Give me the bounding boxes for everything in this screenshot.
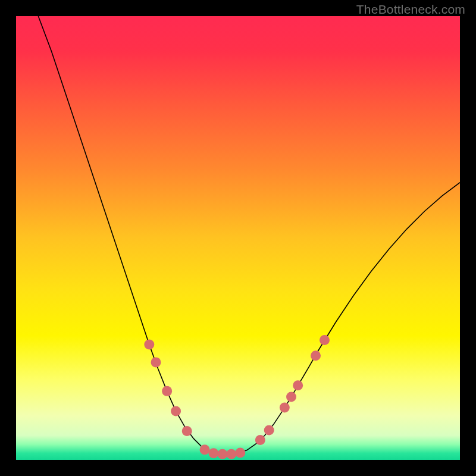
curve-dot bbox=[171, 406, 181, 416]
curve-dot bbox=[311, 350, 321, 361]
curve-dot bbox=[151, 357, 161, 367]
curve-dot bbox=[182, 426, 192, 436]
curve-dots bbox=[144, 335, 330, 459]
curve-dot bbox=[162, 386, 172, 396]
curve-overlay bbox=[16, 16, 460, 460]
curve-dot bbox=[280, 402, 290, 412]
curve-dot bbox=[208, 448, 218, 458]
bottleneck-curve bbox=[38, 16, 460, 454]
curve-dot bbox=[226, 449, 236, 459]
curve-dot bbox=[264, 425, 274, 436]
curve-dot bbox=[200, 444, 210, 455]
watermark-label: TheBottleneck.com bbox=[356, 2, 465, 17]
curve-dot bbox=[217, 449, 227, 459]
curve-dot bbox=[235, 448, 245, 458]
curve-dot bbox=[293, 380, 303, 390]
curve-dot bbox=[255, 435, 265, 445]
curve-dot bbox=[320, 335, 330, 345]
plot-area bbox=[16, 16, 460, 460]
curve-dot bbox=[144, 340, 154, 350]
curve-dot bbox=[286, 392, 296, 402]
chart-frame: TheBottleneck.com bbox=[0, 0, 476, 476]
